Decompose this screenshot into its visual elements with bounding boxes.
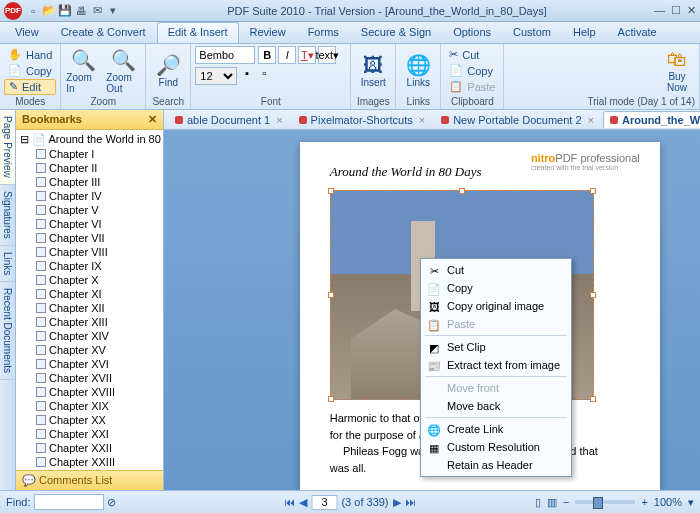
zoom-slider[interactable] — [575, 500, 635, 504]
save-icon[interactable]: 💾 — [58, 4, 72, 18]
ctx-create-link[interactable]: 🌐Create Link — [423, 420, 569, 438]
ctx-retain-as-header[interactable]: Retain as Header — [423, 456, 569, 474]
mail-icon[interactable]: ✉ — [90, 4, 104, 18]
font-family-input[interactable] — [195, 46, 255, 64]
minimize-button[interactable]: — — [654, 4, 665, 17]
bookmarks-tree[interactable]: ⊟ 📄 Around the World in 80 Chapter IChap… — [16, 130, 163, 470]
tree-item[interactable]: Chapter XVII — [18, 371, 161, 385]
zoom-out-button[interactable]: 🔍Zoom Out — [105, 47, 141, 95]
font-shrink-icon[interactable]: ▫ — [257, 67, 271, 85]
tree-item[interactable]: Chapter VIII — [18, 245, 161, 259]
close-icon[interactable]: × — [419, 114, 425, 126]
font-grow-icon[interactable]: ▪ — [240, 67, 254, 85]
close-window-button[interactable]: ✕ — [687, 4, 696, 17]
qat-dropdown-icon[interactable]: ▾ — [106, 4, 120, 18]
buy-now-button[interactable]: 🛍Buy Now — [659, 47, 695, 95]
side-tab-links[interactable]: Links — [0, 246, 15, 282]
tree-item[interactable]: Chapter XIX — [18, 399, 161, 413]
tree-item[interactable]: Chapter III — [18, 175, 161, 189]
tree-item[interactable]: Chapter XVIII — [18, 385, 161, 399]
tree-item[interactable]: Chapter IX — [18, 259, 161, 273]
tree-root[interactable]: ⊟ 📄 Around the World in 80 — [18, 132, 161, 147]
tree-item[interactable]: Chapter VII — [18, 231, 161, 245]
view-single-icon[interactable]: ▯ — [535, 496, 541, 509]
tree-item[interactable]: Chapter XI — [18, 287, 161, 301]
open-icon[interactable]: 📂 — [42, 4, 56, 18]
edit-tool[interactable]: ✎Edit — [4, 79, 56, 95]
ctx-move-back[interactable]: Move back — [423, 397, 569, 415]
ctx-copy[interactable]: 📄Copy — [423, 279, 569, 297]
italic-button[interactable]: I — [278, 46, 296, 64]
tab-edit-insert[interactable]: Edit & Insert — [157, 22, 239, 43]
print-icon[interactable]: 🖶 — [74, 4, 88, 18]
tab-custom[interactable]: Custom — [502, 22, 562, 43]
tab-review[interactable]: Review — [239, 22, 297, 43]
insert-image-button[interactable]: 🖼Insert — [355, 47, 391, 95]
first-page-button[interactable]: ⏮ — [284, 496, 295, 508]
new-icon[interactable]: ▫ — [26, 4, 40, 18]
ctx-extract-text[interactable]: 📰Extract text from image — [423, 356, 569, 374]
tab-help[interactable]: Help — [562, 22, 607, 43]
maximize-button[interactable]: ☐ — [671, 4, 681, 17]
tab-secure-sign[interactable]: Secure & Sign — [350, 22, 442, 43]
cut-button[interactable]: ✂Cut — [445, 47, 499, 63]
zoom-out-status[interactable]: − — [563, 496, 569, 508]
page-number-input[interactable] — [311, 495, 337, 510]
zoom-in-button[interactable]: 🔍Zoom In — [65, 47, 101, 95]
tab-forms[interactable]: Forms — [297, 22, 350, 43]
zoom-in-status[interactable]: + — [641, 496, 647, 508]
tree-item[interactable]: Chapter XIII — [18, 315, 161, 329]
font-color-button[interactable]: T▾ — [298, 46, 316, 64]
pdf-icon — [610, 116, 618, 124]
view-continuous-icon[interactable]: ▥ — [547, 496, 557, 509]
tree-item[interactable]: Chapter XXIII — [18, 455, 161, 469]
text-tool-button[interactable]: text▾ — [318, 46, 336, 64]
tree-item[interactable]: Chapter VI — [18, 217, 161, 231]
tree-item[interactable]: Chapter XIV — [18, 329, 161, 343]
tree-item[interactable]: Chapter XII — [18, 301, 161, 315]
tab-create-convert[interactable]: Create & Convert — [50, 22, 157, 43]
tree-item[interactable]: Chapter XX — [18, 413, 161, 427]
links-button[interactable]: 🌐Links — [400, 47, 436, 95]
ctx-set-clip[interactable]: ◩Set Clip — [423, 338, 569, 356]
font-size-select[interactable]: 12 — [195, 67, 237, 85]
tree-item[interactable]: Chapter XXI — [18, 427, 161, 441]
find-input[interactable] — [34, 494, 104, 510]
tab-view[interactable]: View — [4, 22, 50, 43]
tree-item[interactable]: Chapter V — [18, 203, 161, 217]
doc-tab-1[interactable]: Pixelmator-Shortcuts× — [292, 111, 433, 128]
ctx-copy-original-image[interactable]: 🖼Copy original image — [423, 297, 569, 315]
tab-activate[interactable]: Activate — [607, 22, 668, 43]
bold-button[interactable]: B — [258, 46, 276, 64]
tree-item[interactable]: Chapter X — [18, 273, 161, 287]
copy-tool[interactable]: 📄Copy — [4, 63, 56, 79]
ctx-cut[interactable]: ✂Cut — [423, 261, 569, 279]
side-tab-signatures[interactable]: Signatures — [0, 185, 15, 246]
comments-list-button[interactable]: 💬 Comments List — [16, 470, 163, 490]
copy-button[interactable]: 📄Copy — [445, 63, 499, 79]
next-page-button[interactable]: ▶ — [393, 496, 401, 509]
doc-tab-0[interactable]: able Document 1× — [168, 111, 290, 128]
doc-tab-3[interactable]: Around_the_World_in_...× — [603, 111, 700, 128]
tree-item[interactable]: Chapter XV — [18, 343, 161, 357]
panel-close-icon[interactable]: ✕ — [148, 113, 157, 126]
hand-tool[interactable]: ✋Hand — [4, 47, 56, 63]
last-page-button[interactable]: ⏭ — [405, 496, 416, 508]
tree-item[interactable]: Chapter IV — [18, 189, 161, 203]
prev-page-button[interactable]: ◀ — [299, 496, 307, 509]
side-tab-page-preview[interactable]: Page Preview — [0, 110, 15, 185]
tree-item[interactable]: Chapter XXII — [18, 441, 161, 455]
tree-item[interactable]: Chapter I — [18, 147, 161, 161]
find-clear-icon[interactable]: ⊘ — [107, 496, 116, 508]
zoom-dropdown-icon[interactable]: ▾ — [688, 496, 694, 509]
tree-item[interactable]: Chapter XVI — [18, 357, 161, 371]
tab-options[interactable]: Options — [442, 22, 502, 43]
side-tab-recent-documents[interactable]: Recent Documents — [0, 282, 15, 380]
find-button[interactable]: 🔎Find — [150, 47, 186, 95]
paste-button[interactable]: 📋Paste — [445, 79, 499, 95]
ctx-custom-resolution[interactable]: ▦Custom Resolution — [423, 438, 569, 456]
doc-tab-2[interactable]: New Portable Document 2× — [434, 111, 601, 128]
close-icon[interactable]: × — [588, 114, 594, 126]
tree-item[interactable]: Chapter II — [18, 161, 161, 175]
close-icon[interactable]: × — [276, 114, 282, 126]
